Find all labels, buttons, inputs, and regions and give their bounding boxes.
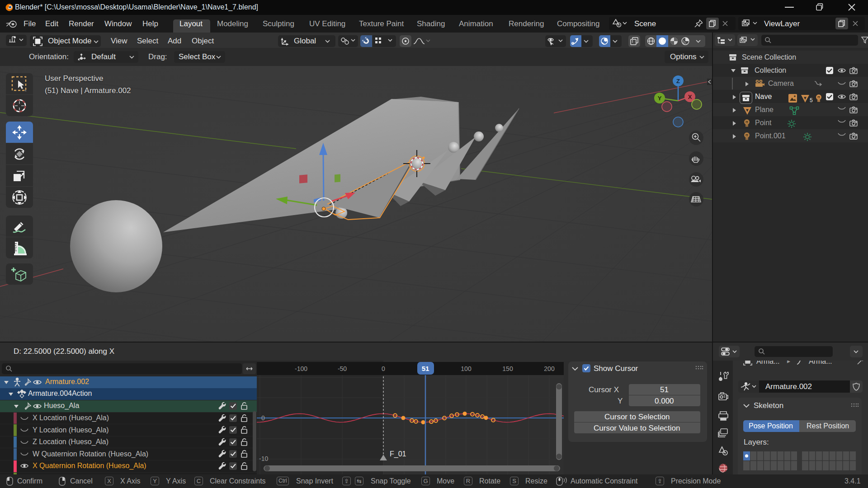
svg-text:0: 0 [261, 414, 265, 422]
svg-text:X: X [688, 94, 692, 100]
svg-text:0: 0 [382, 365, 385, 372]
svg-text:200: 200 [544, 365, 555, 372]
svg-text:-10: -10 [259, 455, 268, 462]
svg-text:Y: Y [658, 95, 662, 102]
svg-text:-50: -50 [338, 365, 347, 372]
svg-text:100: 100 [461, 365, 472, 372]
svg-text:51: 51 [422, 365, 429, 372]
svg-text:F_01: F_01 [390, 450, 406, 458]
svg-text:150: 150 [502, 365, 513, 372]
svg-text:-100: -100 [295, 365, 307, 372]
svg-text:Z: Z [676, 78, 680, 84]
